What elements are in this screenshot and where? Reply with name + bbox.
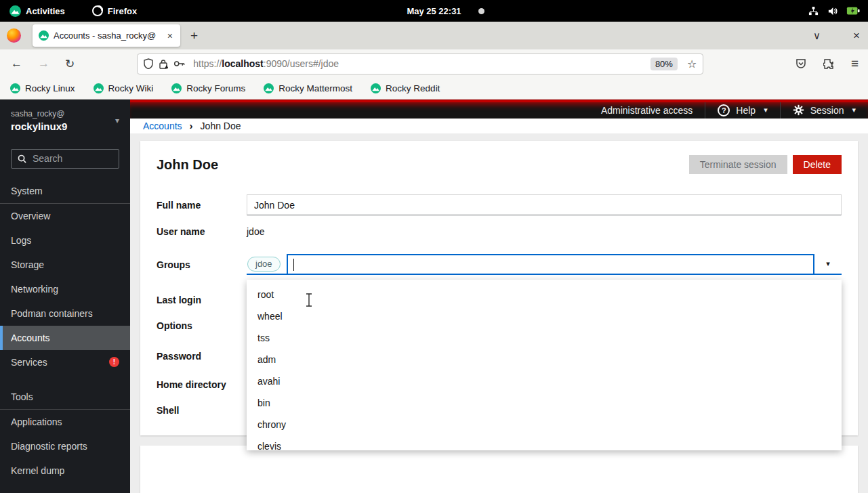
cockpit-content: Administrative access ? Help ▾ Session ▾… (130, 100, 868, 493)
sidebar-item-storage[interactable]: Storage (0, 253, 130, 277)
tab-close-icon[interactable]: × (166, 30, 174, 41)
extensions-puzzle-icon[interactable] (823, 58, 834, 69)
groups-typeahead-input[interactable] (287, 254, 814, 275)
account-detail-page: John Doe Terminate session Delete Full n… (130, 133, 868, 493)
cockpit-app: sasha_rocky@ rockylinux9 ▾ Search System… (0, 100, 868, 493)
window-close-icon[interactable]: × (853, 29, 860, 43)
services-alert-badge: ! (109, 357, 119, 367)
logged-in-user: sasha_rocky@ (11, 108, 67, 120)
rocky-favicon-icon (171, 83, 182, 93)
group-option-adm[interactable]: adm (247, 349, 842, 370)
sidebar-item-networking[interactable]: Networking (0, 277, 130, 301)
browser-toolbar: ← → ↻ https://localhost:9090/users#/jdoe… (0, 49, 868, 78)
zoom-level-badge[interactable]: 80% (650, 58, 678, 70)
new-tab-button[interactable]: + (190, 28, 198, 43)
masthead: Administrative access ? Help ▾ Session ▾ (130, 100, 868, 119)
cockpit-sidebar: sasha_rocky@ rockylinux9 ▾ Search System… (0, 100, 130, 493)
gear-icon (793, 104, 804, 116)
bookmark-rocky-forums[interactable]: Rocky Forums (171, 83, 245, 93)
options-label: Options (157, 320, 247, 331)
shell-label: Shell (157, 405, 247, 416)
bookmark-star-icon[interactable]: ☆ (687, 58, 697, 70)
bookmark-rocky-wiki[interactable]: Rocky Wiki (94, 83, 154, 93)
group-option-tss[interactable]: tss (247, 327, 842, 349)
session-menu-button[interactable]: Session ▾ (780, 102, 868, 119)
rocky-favicon-icon (264, 83, 274, 93)
group-chip-jdoe[interactable]: jdoe (247, 257, 281, 272)
group-option-avahi[interactable]: avahi (247, 370, 842, 392)
sidebar-item-logs[interactable]: Logs (0, 228, 130, 253)
delete-button[interactable]: Delete (793, 155, 842, 174)
forward-button[interactable]: → (38, 57, 49, 70)
reload-button[interactable]: ↻ (65, 57, 75, 71)
chevron-down-icon: ▾ (764, 106, 768, 114)
help-menu-button[interactable]: ? Help ▾ (705, 102, 779, 119)
breadcrumb-accounts-link[interactable]: Accounts (143, 121, 182, 131)
nav-section-tools: Tools (0, 385, 130, 410)
full-name-label: Full name (157, 200, 247, 211)
tab-title: Accounts - sasha_rocky@ (54, 30, 161, 41)
activities-label: Activities (26, 6, 65, 16)
sidebar-item-services[interactable]: Services ! (0, 350, 130, 374)
group-chip-area: jdoe (247, 254, 287, 275)
groups-dropdown-menu: root wheel tss adm avahi bin chrony clev… (247, 280, 842, 450)
gnome-top-bar: Activities Firefox May 25 22:31 (0, 0, 868, 22)
sidebar-item-applications[interactable]: Applications (0, 410, 130, 434)
nav-section-system: System (0, 179, 130, 204)
user-name-value: jdoe (247, 226, 264, 237)
url-text: https://localhost:9090/users#/jdoe (193, 58, 645, 69)
rocky-favicon-icon (371, 83, 381, 93)
firefox-appmenu-label: Firefox (108, 6, 137, 16)
rocky-favicon-icon (94, 83, 104, 93)
sidebar-item-overview[interactable]: Overview (0, 204, 130, 228)
group-option-chrony[interactable]: chrony (247, 414, 842, 435)
activities-button[interactable]: Activities (9, 5, 65, 17)
browser-tab-bar: Accounts - sasha_rocky@ × + ∨ × (0, 22, 868, 49)
bookmark-rocky-linux[interactable]: Rocky Linux (10, 83, 75, 93)
url-bar[interactable]: https://localhost:9090/users#/jdoe 80% ☆ (137, 53, 703, 74)
group-option-clevis[interactable]: clevis (247, 435, 842, 450)
network-icon (808, 6, 819, 16)
sidebar-item-diagnostic-reports[interactable]: Diagnostic reports (0, 434, 130, 458)
pocket-icon[interactable] (795, 58, 806, 69)
chevron-down-icon: ▾ (115, 116, 119, 125)
administrative-access-label[interactable]: Administrative access (589, 102, 705, 119)
terminate-session-button[interactable]: Terminate session (689, 155, 787, 174)
chevron-right-icon: › (190, 121, 193, 131)
full-name-input[interactable] (247, 194, 842, 215)
breadcrumb-current: John Doe (201, 121, 241, 131)
bookmark-rocky-reddit[interactable]: Rocky Reddit (371, 83, 440, 93)
last-login-label: Last login (157, 295, 247, 305)
firefox-appmenu-button[interactable]: Firefox (92, 5, 137, 16)
caret-down-icon: ▾ (826, 259, 830, 268)
page-title: John Doe (157, 157, 218, 173)
text-caret (293, 259, 295, 271)
list-all-tabs-icon[interactable]: ∨ (813, 30, 821, 42)
sidebar-item-kernel-dump[interactable]: Kernel dump (0, 458, 130, 483)
account-card: John Doe Terminate session Delete Full n… (140, 141, 858, 435)
password-label: Password (157, 351, 247, 362)
search-icon (18, 154, 26, 163)
sidebar-item-podman-containers[interactable]: Podman containers (0, 301, 130, 326)
back-button[interactable]: ← (11, 57, 22, 70)
breadcrumb: Accounts › John Doe (130, 119, 868, 133)
rocky-favicon-icon (10, 83, 20, 93)
menu-hamburger-icon[interactable]: ≡ (851, 56, 859, 71)
group-option-wheel[interactable]: wheel (247, 305, 842, 327)
sidebar-nav: System Overview Logs Storage Networking … (0, 179, 130, 493)
firefox-icon (92, 5, 103, 16)
user-name-label: User name (157, 226, 247, 237)
browser-tab-active[interactable]: Accounts - sasha_rocky@ × (33, 24, 180, 47)
sidebar-item-accounts[interactable]: Accounts (0, 326, 130, 350)
help-icon: ? (718, 104, 730, 116)
host-switcher[interactable]: sasha_rocky@ rockylinux9 ▾ (0, 100, 130, 140)
bookmark-rocky-mattermost[interactable]: Rocky Mattermost (264, 83, 352, 93)
lock-warning-icon (159, 59, 168, 69)
group-option-root[interactable]: root (247, 284, 842, 305)
sidebar-search-input[interactable]: Search (11, 149, 119, 169)
firefox-icon (7, 28, 21, 43)
groups-control: jdoe ▾ root wheel tss (247, 254, 842, 275)
system-tray[interactable] (808, 6, 860, 16)
group-option-bin[interactable]: bin (247, 392, 842, 414)
groups-dropdown-toggle[interactable]: ▾ (814, 254, 842, 275)
